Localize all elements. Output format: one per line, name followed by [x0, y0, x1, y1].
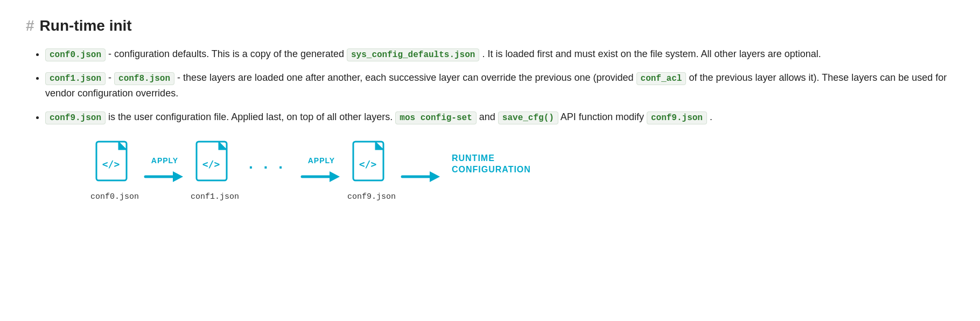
- text-conf9-and: and: [479, 111, 498, 122]
- list-item-conf9: conf9.json is the user configuration fil…: [45, 109, 954, 125]
- code-mos-config-set: mos config-set: [395, 111, 476, 124]
- arrow-svg-2: [300, 168, 343, 185]
- file-label-conf1: conf1.json: [191, 192, 239, 201]
- arrow-block-2: APPLY: [300, 156, 343, 185]
- text-conf0-desc: - configuration defaults. This is a copy…: [108, 48, 347, 59]
- dots-text: . . .: [249, 156, 286, 171]
- file-label-conf9: conf9.json: [347, 192, 396, 201]
- svg-text:</>: </>: [102, 158, 120, 170]
- file-block-conf1: </> conf1.json: [191, 141, 239, 201]
- text-conf0-it-is: . It is loaded first and must exist on t…: [482, 48, 821, 59]
- apply-label-1: APPLY: [151, 156, 178, 165]
- code-conf9-2: conf9.json: [647, 111, 707, 124]
- code-conf0: conf0.json: [45, 48, 106, 61]
- diagram: </> conf0.json APPLY </> conf1.json . . …: [26, 141, 954, 201]
- runtime-config-label: RUNTIME CONFIGURATION: [452, 153, 531, 189]
- bullet-list: conf0.json - configuration defaults. Thi…: [26, 46, 954, 125]
- arrow-svg-3: [400, 168, 443, 185]
- file-label-conf0: conf0.json: [90, 192, 139, 201]
- arrow-block-1: APPLY: [143, 156, 186, 185]
- text-conf1-8-desc: - these layers are loaded one after anot…: [177, 72, 636, 83]
- runtime-label-line2: CONFIGURATION: [452, 165, 531, 174]
- code-conf8: conf8.json: [114, 72, 174, 85]
- list-item-conf1-8: conf1.json - conf8.json - these layers a…: [45, 70, 954, 102]
- file-block-conf9: </> conf9.json: [347, 141, 396, 201]
- code-conf9: conf9.json: [45, 111, 106, 124]
- runtime-label-line1: RUNTIME: [452, 153, 495, 163]
- file-icon-conf9: </>: [352, 141, 391, 188]
- heading-hash: #: [26, 17, 34, 34]
- svg-text:</>: </>: [359, 158, 377, 170]
- file-icon-conf1: </>: [195, 141, 234, 188]
- section-heading: # Run-time init: [26, 17, 954, 34]
- arrow-svg-1: [143, 168, 186, 185]
- text-conf9-period: .: [710, 111, 712, 122]
- heading-title: Run-time init: [40, 17, 132, 34]
- code-sys-config: sys_config_defaults.json: [347, 48, 479, 61]
- text-dash: -: [108, 72, 114, 83]
- arrow-block-3: APPLY: [400, 156, 443, 185]
- dots-block: . . .: [249, 156, 286, 185]
- text-conf9-api: API function modify: [561, 111, 647, 122]
- list-item-conf0: conf0.json - configuration defaults. Thi…: [45, 46, 954, 62]
- file-icon-conf0: </>: [95, 141, 134, 188]
- file-block-conf0: </> conf0.json: [90, 141, 139, 201]
- code-conf1: conf1.json: [45, 72, 106, 85]
- svg-text:</>: </>: [202, 158, 220, 170]
- code-conf-acl: conf_acl: [636, 72, 687, 85]
- apply-label-2: APPLY: [308, 156, 335, 165]
- text-conf9-desc: is the user configuration file. Applied …: [108, 111, 395, 122]
- code-save-cfg: save_cfg(): [498, 111, 558, 124]
